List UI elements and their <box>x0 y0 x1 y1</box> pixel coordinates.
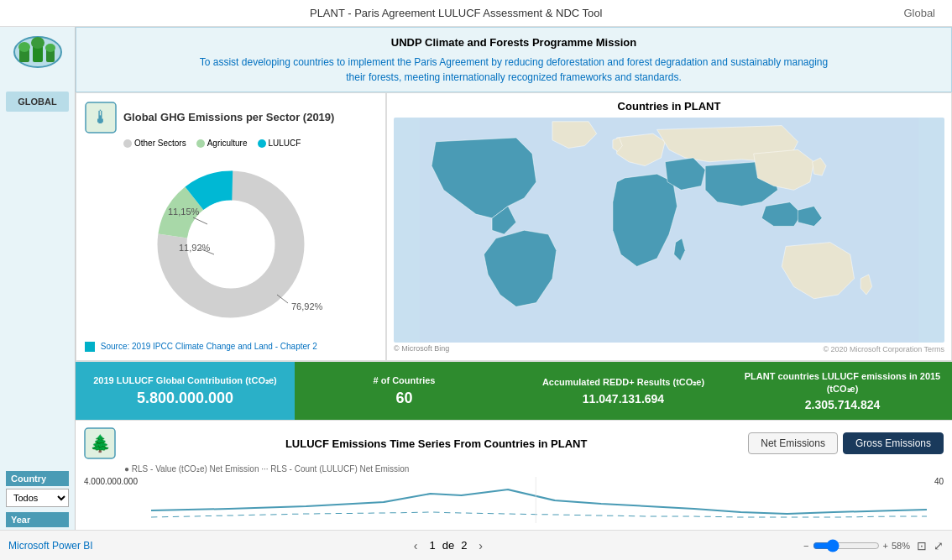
zoom-slider[interactable] <box>813 539 880 552</box>
ghg-header: 🌡 Global GHG Emissions per Sector (2019) <box>85 102 377 133</box>
source-dot <box>85 342 95 352</box>
page-current: 1 <box>429 539 435 552</box>
ts-y-right: 40 <box>927 477 944 486</box>
next-page-button[interactable]: › <box>473 537 488 554</box>
stat-label-1: # of Countries <box>374 374 436 386</box>
bottom-bar: Microsoft Power BI ‹ 1 de 2 › − + 58% ⊡ … <box>0 530 952 560</box>
stat-value-1: 60 <box>395 390 412 407</box>
mission-box: UNDP Climate and Forests Programme Missi… <box>76 27 952 92</box>
content-area: UNDP Climate and Forests Programme Missi… <box>76 27 952 530</box>
ts-title: LULUCF Emissions Time Series From Countr… <box>124 437 748 450</box>
ghg-icon: 🌡 <box>85 102 117 133</box>
world-map[interactable] <box>394 118 944 343</box>
ms-attribution: © 2020 Microsoft Corporation Terms <box>823 345 944 353</box>
ts-line-chart <box>151 477 927 523</box>
powerbi-link[interactable]: Microsoft Power BI <box>8 540 93 552</box>
global-nav-button[interactable]: GLOBAL <box>6 92 69 112</box>
svg-text:11,15%: 11,15% <box>168 207 200 217</box>
stat-value-0: 5.800.000.000 <box>137 390 233 407</box>
gross-emissions-button[interactable]: Gross Emissions <box>843 432 944 454</box>
stat-redd-results: Accumulated REDD+ Results (tCO₂e) 11.047… <box>514 362 733 420</box>
timeseries-section: 🌲 LULUCF Emissions Time Series From Coun… <box>76 420 952 530</box>
pagination: ‹ 1 de 2 › <box>409 537 488 554</box>
zoom-control: − + 58% <box>803 539 910 552</box>
ts-chart-area: 4.000.000.000 40 <box>84 477 944 523</box>
sidebar: GLOBAL Country Todos Year <box>0 27 76 530</box>
page-total: 2 <box>461 539 467 552</box>
ts-y-label: 4.000.000.000 <box>84 477 151 486</box>
stat-lulucf-2015: PLANT countries LULUCF emissions in 2015… <box>733 362 952 420</box>
svg-text:🌡: 🌡 <box>92 107 110 128</box>
donut-chart-svg: 11,92% 11,15% 76,92% <box>122 160 340 328</box>
app-title: PLANT - Paris Agreement LULUCF Assessmen… <box>8 7 903 19</box>
global-label: Global <box>903 7 935 19</box>
source-note: Source: 2019 IPCC Climate Change and Lan… <box>85 342 377 352</box>
year-label: Year <box>6 512 69 527</box>
top-bar: PLANT - Paris Agreement LULUCF Assessmen… <box>0 0 952 27</box>
stat-value-2: 11.047.131.694 <box>583 392 664 406</box>
ghg-panel: 🌡 Global GHG Emissions per Sector (2019)… <box>76 92 386 362</box>
world-map-svg <box>394 118 944 343</box>
country-select[interactable]: Todos <box>6 489 69 507</box>
ghg-legend: Other Sectors Agriculture LULUCF <box>123 139 377 148</box>
country-label: Country <box>6 471 69 486</box>
ghg-title: Global GHG Emissions per Sector (2019) <box>123 111 334 123</box>
svg-point-5 <box>31 37 44 49</box>
legend-lulucf: LULUCF <box>258 139 301 148</box>
bottom-right-controls: − + 58% ⊡ ⤢ <box>803 539 944 552</box>
donut-chart-container: 11,92% 11,15% 76,92% <box>85 151 377 338</box>
zoom-level: 58% <box>892 541 910 551</box>
stats-row: 2019 LULUCF Global Contribution (tCO₂e) … <box>76 361 952 420</box>
stat-label-2: Accumulated REDD+ Results (tCO₂e) <box>542 376 704 388</box>
prev-page-button[interactable]: ‹ <box>409 537 423 554</box>
ts-icon: 🌲 <box>84 427 116 459</box>
country-section: Country Todos Year <box>2 464 73 530</box>
ts-btn-group: Net Emissions Gross Emissions <box>748 432 944 454</box>
stat-label-0: 2019 LULUCF Global Contribution (tCO₂e) <box>93 374 277 386</box>
legend-agri: Agriculture <box>196 139 248 148</box>
net-emissions-button[interactable]: Net Emissions <box>748 432 838 454</box>
zoom-minus-icon[interactable]: − <box>803 541 808 551</box>
svg-point-6 <box>45 44 55 52</box>
svg-text:76,92%: 76,92% <box>291 301 323 311</box>
stat-countries: # of Countries 60 <box>295 362 514 420</box>
middle-section: 🌡 Global GHG Emissions per Sector (2019)… <box>76 92 952 362</box>
ts-legend: ● RLS - Value (tCO₂e) Net Emission ··· R… <box>124 464 944 474</box>
main-layout: GLOBAL Country Todos Year UNDP Climate a… <box>0 27 952 530</box>
zoom-plus-icon[interactable]: + <box>883 541 888 551</box>
page-separator: de <box>442 539 454 552</box>
legend-other: Other Sectors <box>123 139 186 148</box>
stat-lulucf-contribution: 2019 LULUCF Global Contribution (tCO₂e) … <box>76 362 295 420</box>
ts-header: 🌲 LULUCF Emissions Time Series From Coun… <box>84 427 944 459</box>
svg-text:🌲: 🌲 <box>90 433 111 453</box>
map-footer: © Microsoft Bing © 2020 Microsoft Corpor… <box>394 343 944 353</box>
svg-point-4 <box>18 42 30 52</box>
mission-title: UNDP Climate and Forests Programme Missi… <box>93 34 934 51</box>
fit-view-button[interactable]: ⊡ <box>917 539 927 552</box>
map-panel: Countries in PLANT <box>386 92 952 362</box>
mission-text: To assist developing countries to implem… <box>93 55 934 85</box>
fullscreen-button[interactable]: ⤢ <box>934 539 944 552</box>
logo <box>13 35 63 81</box>
map-title: Countries in PLANT <box>394 100 944 113</box>
bing-attribution: © Microsoft Bing <box>394 344 449 353</box>
stat-label-3: PLANT countries LULUCF emissions in 2015… <box>740 370 945 395</box>
stat-value-3: 2.305.714.824 <box>805 398 881 411</box>
